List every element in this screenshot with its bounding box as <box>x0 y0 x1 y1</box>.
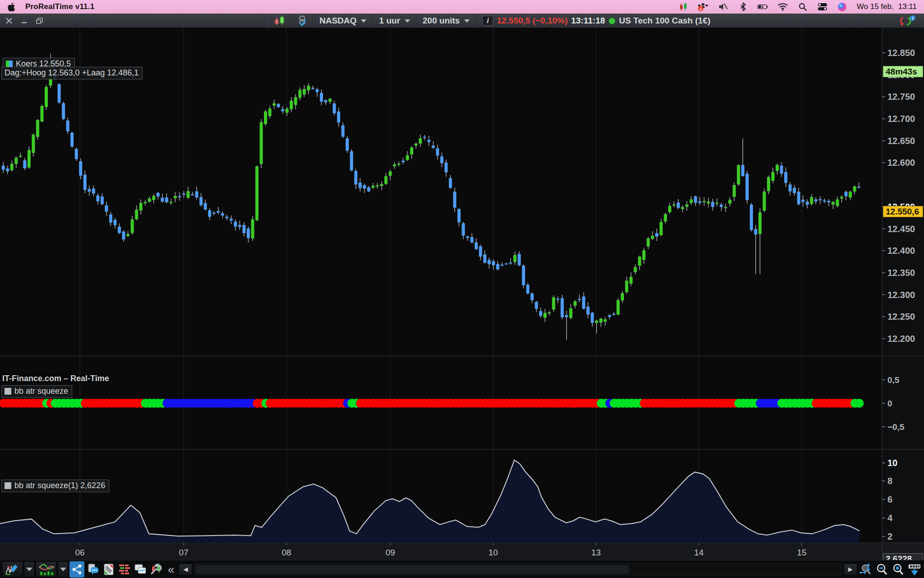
svg-text:1: 1 <box>699 7 702 11</box>
svg-text:10: 10 <box>887 458 897 468</box>
share-icon <box>72 564 83 575</box>
prorealtime-window: ProRealTime v11.1 1 <box>0 0 924 578</box>
bluetooth-icon[interactable] <box>738 2 748 12</box>
workspaces-icon <box>134 563 147 576</box>
svg-text:12.850: 12.850 <box>887 48 915 58</box>
svg-text:12.450: 12.450 <box>887 224 915 234</box>
chart-area[interactable]: 12.85012.80012.75012.70012.65012.60012.5… <box>0 28 924 560</box>
last-price-change: 12.550,5 (−0,10%) <box>497 16 568 26</box>
svg-text:2: 2 <box>887 531 892 541</box>
indicator-swatch-icon <box>5 388 11 395</box>
scrollbar-thumb[interactable] <box>196 565 628 574</box>
strategy-wrench-icon <box>149 563 163 576</box>
chart-scrollbar[interactable] <box>194 564 841 575</box>
chart-status-icon[interactable] <box>678 2 689 12</box>
apple-menu-icon[interactable] <box>6 2 17 12</box>
macos-menu-bar: ProRealTime v11.1 1 <box>0 0 924 14</box>
svg-text:12.350: 12.350 <box>887 268 915 278</box>
candlestick-icon <box>273 15 285 26</box>
squeeze-line-legend[interactable]: bb atr squeeze(1) 2,6226 <box>1 480 109 492</box>
timeframe-selector[interactable]: 1 uur <box>373 14 416 28</box>
squeeze-strip-legend[interactable]: bb atr squeeze <box>1 385 72 398</box>
indicators-menu-button[interactable] <box>58 561 69 578</box>
svg-text:8: 8 <box>887 476 892 486</box>
chart-type-button[interactable] <box>267 14 291 28</box>
workspaces-button[interactable] <box>133 561 148 578</box>
scroll-right-button[interactable]: ▶ <box>844 564 857 575</box>
link-check-icon <box>298 15 307 27</box>
zoom-out-icon <box>876 563 888 576</box>
market-depth-button[interactable] <box>117 561 132 578</box>
current-price-badge: 12.550,6 <box>883 206 923 217</box>
svg-text:09: 09 <box>385 548 395 557</box>
svg-text:i: i <box>912 16 914 21</box>
chart-canvas[interactable]: 12.85012.80012.75012.70012.65012.60012.5… <box>0 28 924 560</box>
squeeze-line-text: bb atr squeeze(1) 2,6226 <box>14 481 105 490</box>
svg-text:12.400: 12.400 <box>887 246 915 256</box>
scroll-left-button[interactable]: ◀ <box>179 564 192 575</box>
account-name[interactable]: US Tech 100 Cash (1€) <box>619 16 710 26</box>
svg-text:14: 14 <box>694 548 704 557</box>
chevron-down-icon <box>405 19 410 23</box>
svg-text:−0,5: −0,5 <box>887 422 905 432</box>
chevron-down-icon <box>361 19 366 23</box>
collapse-toolbar-button[interactable]: « <box>164 563 178 576</box>
indicators-button[interactable] <box>36 561 57 578</box>
svg-text:13: 13 <box>591 548 601 557</box>
draw-tool-button[interactable] <box>2 561 23 578</box>
chevron-down-icon <box>26 568 32 571</box>
battery-icon[interactable] <box>758 2 768 12</box>
report-icon <box>103 563 115 576</box>
chat-icon <box>87 563 99 576</box>
wifi-icon[interactable] <box>777 2 788 12</box>
share-button[interactable] <box>69 561 84 578</box>
instrument-name: NASDAQ <box>319 16 356 26</box>
svg-text:06: 06 <box>75 548 84 557</box>
chevron-down-icon <box>60 568 66 571</box>
close-icon[interactable] <box>5 16 14 25</box>
info-icon[interactable]: i <box>482 16 493 26</box>
day-high-low-text: Dag:+Hoog 12.563,0 +Laag 12.486,1 <box>5 68 139 78</box>
link-sync-button[interactable] <box>291 14 313 28</box>
strategy-wrench-button[interactable] <box>148 561 163 578</box>
svg-text:08: 08 <box>282 548 291 557</box>
panel-down-icon <box>908 563 921 576</box>
dropbox-icon[interactable]: 1 <box>698 2 709 12</box>
instrument-selector[interactable]: NASDAQ <box>313 14 373 28</box>
svg-text:0,5: 0,5 <box>887 375 900 385</box>
zoom-fit-icon <box>859 563 872 576</box>
chevron-down-icon <box>464 19 470 23</box>
day-high-low-label[interactable]: Dag:+Hoog 12.563,0 +Laag 12.486,1 <box>1 67 143 79</box>
market-open-indicator <box>609 18 615 24</box>
control-center-icon[interactable] <box>817 2 828 12</box>
zoom-in-button[interactable] <box>891 562 906 577</box>
svg-text:12.650: 12.650 <box>887 136 915 146</box>
svg-text:12.200: 12.200 <box>887 334 915 344</box>
bar-countdown-badge: 48m43s <box>883 66 923 77</box>
datafeed-watermark: IT-Finance.com – Real-Time <box>2 374 109 383</box>
panel-down-button[interactable] <box>907 562 922 577</box>
siri-icon[interactable] <box>837 2 848 12</box>
volume-muted-icon[interactable] <box>718 2 729 12</box>
timeframe-value: 1 uur <box>379 16 400 26</box>
svg-text:4: 4 <box>887 513 893 523</box>
units-selector[interactable]: 200 units <box>416 14 476 28</box>
zoom-out-button[interactable] <box>874 562 890 577</box>
menu-time: 13:11 <box>898 2 917 11</box>
svg-text:12.600: 12.600 <box>887 158 915 168</box>
units-value: 200 units <box>423 16 460 26</box>
spotlight-search-icon[interactable] <box>797 2 808 12</box>
bottom-toolbar: « ◀ ▶ <box>0 560 924 578</box>
svg-text:12.300: 12.300 <box>887 290 915 300</box>
zoom-fit-button[interactable] <box>858 562 873 577</box>
draw-tool-icon <box>5 563 20 576</box>
chat-button[interactable] <box>85 561 100 578</box>
market-depth-icon <box>118 563 131 576</box>
minimize-icon[interactable] <box>20 16 29 25</box>
report-button[interactable] <box>101 561 116 578</box>
menu-clock[interactable]: Wo 15 feb. 13:11 <box>857 2 917 11</box>
restore-icon[interactable] <box>35 16 44 25</box>
svg-text:07: 07 <box>179 548 188 557</box>
app-title[interactable]: ProRealTime v11.1 <box>25 2 94 11</box>
draw-tool-menu-button[interactable] <box>24 561 35 578</box>
